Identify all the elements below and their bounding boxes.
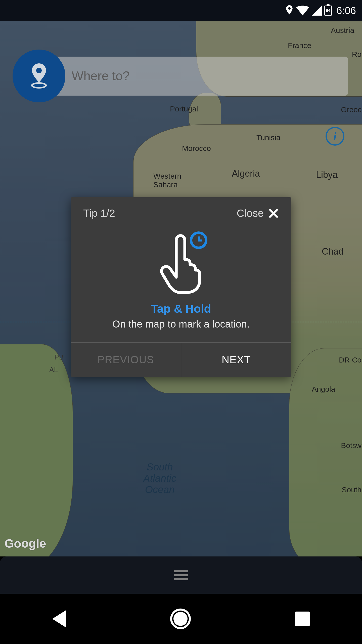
my-location-button[interactable] [13,50,65,102]
previous-button[interactable]: PREVIOUS [71,343,181,377]
bottom-drawer[interactable] [0,556,362,594]
google-attribution: Google [5,537,46,550]
android-status-bar: 84 6:06 [0,0,362,21]
svg-point-1 [32,83,46,88]
back-button[interactable] [52,610,66,627]
tip-actions: PREVIOUS NEXT [71,342,291,377]
home-button[interactable] [170,609,191,629]
tap-hold-illustration [150,231,212,294]
tip-dialog: Tip 1/2 Close Tap & Hold On the map to m… [71,197,291,377]
tip-counter: Tip 1/2 [83,207,115,219]
location-icon [285,5,294,16]
tip-header: Tip 1/2 Close [71,197,291,224]
close-label: Close [237,207,264,219]
location-pin-icon [29,63,49,89]
menu-icon [174,568,188,582]
next-button[interactable]: NEXT [181,343,292,377]
info-icon: i [333,130,337,143]
close-button[interactable]: Close [237,207,279,219]
cellular-icon [312,6,322,16]
info-button[interactable]: i [326,127,344,146]
wifi-icon [296,6,309,16]
tip-body: Tap & Hold On the map to mark a location… [71,224,291,342]
tip-description: On the map to mark a location. [81,318,281,330]
search-bar: Where to? [13,56,348,96]
svg-point-0 [36,68,42,73]
battery-level: 84 [326,8,330,13]
search-input[interactable]: Where to? [54,57,348,96]
map-container[interactable]: France Austria Ro Greec Portugal Tunisia… [0,21,362,556]
status-time: 6:06 [336,5,356,16]
battery-icon: 84 [324,6,332,16]
android-nav-bar [0,594,362,644]
tip-title: Tap & Hold [81,302,281,315]
search-placeholder: Where to? [72,69,130,83]
close-icon [268,208,279,219]
clock-icon [190,231,207,249]
recents-button[interactable] [295,612,310,626]
